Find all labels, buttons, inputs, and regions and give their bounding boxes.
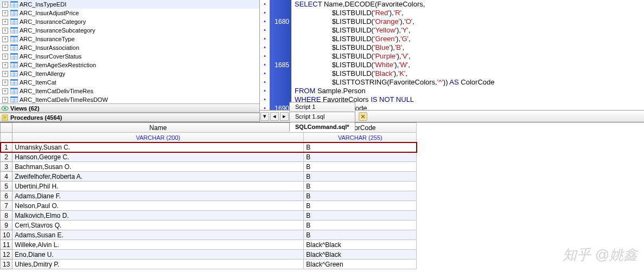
tree-item-label: ARC_InsuranceCategory	[20, 18, 86, 25]
expand-icon[interactable]: +	[2, 80, 8, 86]
expand-icon[interactable]: +	[2, 19, 8, 25]
tree-item[interactable]: +ARC_ItemCatDelivTimeRes	[0, 87, 259, 95]
expand-icon[interactable]: +	[2, 45, 8, 51]
cell[interactable]: Umansky,Susan C.	[12, 143, 304, 152]
cell[interactable]: Black^Black	[304, 250, 417, 260]
row-number[interactable]: 9	[1, 221, 12, 230]
cell[interactable]: B	[304, 221, 417, 230]
tree-item[interactable]: +ARC_InsuranceSubcategory	[0, 26, 259, 35]
sql-editor[interactable]: ••••••••••••• 168016851690 SELECT Name,D…	[260, 0, 644, 110]
cell[interactable]: B	[304, 162, 417, 172]
result-table[interactable]: NameColorCodeVARCHAR (200)VARCHAR (255)1…	[0, 122, 417, 269]
tree-item[interactable]: +ARC_InsurAssociation	[0, 43, 259, 52]
column-type: VARCHAR (200)	[12, 133, 304, 143]
tree-item[interactable]: +ARC_InsurCoverStatus	[0, 52, 259, 61]
corner-cell	[1, 123, 12, 133]
tree-item[interactable]: +ARC_ItemCat	[0, 78, 259, 87]
tree-item[interactable]: +ARC_ItemCatDelivTimeResDOW	[0, 95, 259, 103]
cell[interactable]: Adams,Susan E.	[12, 230, 304, 240]
cell[interactable]: Eno,Diane U.	[12, 250, 304, 260]
row-number[interactable]: 5	[1, 182, 12, 191]
views-label: Views (62)	[10, 105, 40, 112]
cell[interactable]: B	[304, 143, 417, 152]
table-icon	[10, 62, 18, 68]
cell[interactable]: Nelson,Paul O.	[12, 201, 304, 211]
cell[interactable]: B	[304, 182, 417, 191]
tree-item-label: ARC_InsuranceType	[20, 36, 75, 42]
expand-icon[interactable]: +	[2, 10, 8, 16]
cell[interactable]: Malkovich,Elmo D.	[12, 211, 304, 221]
expand-icon[interactable]: +	[2, 88, 8, 94]
tree-item[interactable]: +ARC_InsTypeEDI	[0, 0, 259, 9]
results-grid: NameColorCodeVARCHAR (200)VARCHAR (255)1…	[0, 122, 644, 269]
svg-point-61	[4, 107, 6, 109]
expand-icon[interactable]: +	[2, 28, 8, 34]
cell[interactable]: Uhles,Dmitry P.	[12, 260, 304, 269]
tree-item-label: ARC_InsuranceSubcategory	[20, 27, 95, 34]
tree-item-label: ARC_InsTypeEDI	[20, 1, 66, 8]
expand-icon[interactable]: +	[2, 97, 8, 103]
tab-next[interactable]: ▸	[280, 112, 289, 121]
editor-tab[interactable]: SQLCommand.sql*	[289, 122, 355, 132]
procedures-bar[interactable]: Procedures (4564)	[0, 113, 259, 122]
cell[interactable]: B	[304, 191, 417, 201]
cell[interactable]: B	[304, 201, 417, 211]
expand-icon[interactable]: +	[2, 36, 8, 42]
tree-item-label: ARC_ItemCat	[20, 79, 56, 86]
cell[interactable]: Black^Green	[304, 260, 417, 269]
cell[interactable]: Bachman,Susan O.	[12, 162, 304, 172]
editor-tab[interactable]: Script 1.sql	[289, 112, 355, 121]
views-bar[interactable]: Views (62)	[0, 103, 259, 113]
tree-item-label: ARC_InsurCoverStatus	[20, 53, 81, 60]
expand-icon[interactable]: +	[2, 62, 8, 68]
row-number[interactable]: 11	[1, 240, 12, 250]
row-number[interactable]: 2	[1, 152, 12, 162]
tree-item[interactable]: +ARC_InsurAdjustPrice	[0, 9, 259, 17]
cell[interactable]: Hanson,George C.	[12, 152, 304, 162]
tree-item[interactable]: +ARC_InsuranceCategory	[0, 17, 259, 26]
cell[interactable]: B	[304, 211, 417, 221]
tab-dropdown[interactable]: ▾	[260, 112, 269, 121]
tree-item[interactable]: +ARC_ItemAgeSexRestriction	[0, 61, 259, 69]
cell[interactable]: B	[304, 230, 417, 240]
expand-icon[interactable]: +	[2, 54, 8, 60]
tree-item-label: ARC_ItemCatDelivTimeRes	[20, 88, 93, 94]
row-number[interactable]: 13	[1, 260, 12, 269]
cell[interactable]: Cerri,Stavros Q.	[12, 221, 304, 230]
expand-icon[interactable]: +	[2, 2, 8, 8]
row-number[interactable]: 12	[1, 250, 12, 260]
table-icon	[10, 96, 18, 103]
cell[interactable]: B	[304, 172, 417, 182]
column-header[interactable]: Name	[12, 123, 304, 133]
tree-item[interactable]: +ARC_InsuranceType	[0, 35, 259, 43]
row-number[interactable]: 3	[1, 162, 12, 172]
tree-view[interactable]: +ARC_InsTypeEDI+ARC_InsurAdjustPrice+ARC…	[0, 0, 259, 103]
table-icon	[10, 27, 18, 34]
cell[interactable]: B	[304, 152, 417, 162]
table-icon	[10, 10, 18, 16]
tree-item-label: ARC_ItemAllergy	[20, 70, 65, 77]
row-number[interactable]: 6	[1, 191, 12, 201]
cell[interactable]: Ubertini,Phil H.	[12, 182, 304, 191]
column-type: VARCHAR (255)	[304, 133, 417, 143]
tree-item-label: ARC_InsurAdjustPrice	[20, 10, 79, 16]
editor-tab[interactable]: Script 1	[289, 102, 355, 112]
tab-prev[interactable]: ◂	[270, 112, 279, 121]
cell[interactable]: Zweifelhofer,Roberta A.	[12, 172, 304, 182]
table-icon	[10, 18, 18, 25]
tab-close[interactable]	[359, 112, 367, 121]
row-number[interactable]: 8	[1, 211, 12, 221]
cell[interactable]: Willeke,Alvin L.	[12, 240, 304, 250]
row-number[interactable]: 4	[1, 172, 12, 182]
cell[interactable]: Adams,Diane F.	[12, 191, 304, 201]
table-icon	[10, 79, 18, 86]
tree-item-label: ARC_InsurAssociation	[20, 44, 79, 51]
row-number[interactable]: 10	[1, 230, 12, 240]
row-number[interactable]: 1	[1, 143, 12, 152]
row-number[interactable]: 7	[1, 201, 12, 211]
expand-icon[interactable]: +	[2, 71, 8, 77]
tree-item[interactable]: +ARC_ItemAllergy	[0, 69, 259, 78]
table-icon	[10, 70, 18, 77]
table-icon	[10, 88, 18, 94]
cell[interactable]: Black^Black	[304, 240, 417, 250]
